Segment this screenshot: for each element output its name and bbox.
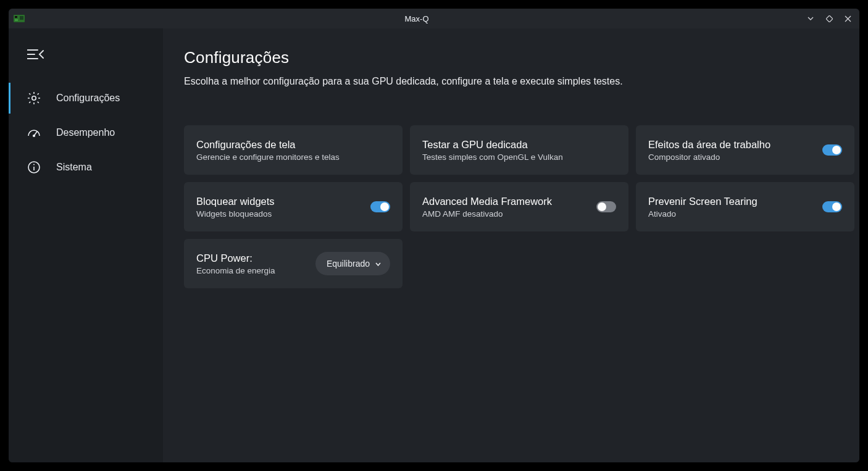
cpu-power-dropdown[interactable]: Equilibrado: [315, 252, 390, 275]
window-title: Max-Q: [30, 14, 804, 23]
sidebar-item-desempenho[interactable]: Desempenho: [9, 117, 158, 148]
sidebar-item-configuracoes[interactable]: Configurações: [9, 83, 158, 114]
amf-toggle[interactable]: [596, 201, 616, 212]
card-title: Bloquear widgets: [196, 196, 275, 207]
card-cpu-power: CPU Power: Economia de energia Equilibra…: [184, 239, 403, 288]
svg-point-12: [33, 164, 35, 165]
card-gpu-test[interactable]: Testar a GPU dedicada Testes simples com…: [410, 125, 628, 175]
page-subtitle: Escolha a melhor configuração para a sua…: [184, 76, 838, 87]
card-subtitle: Widgets bloqueados: [196, 209, 275, 219]
desktop-effects-toggle[interactable]: [822, 144, 842, 156]
app-icon: [14, 14, 25, 23]
card-title: Advanced Media Framework: [422, 196, 552, 207]
card-subtitle: Testes simples com OpenGL e Vulkan: [422, 152, 563, 162]
info-icon: [25, 160, 43, 175]
svg-rect-2: [20, 16, 23, 20]
svg-rect-1: [15, 16, 17, 18]
close-button[interactable]: [841, 12, 854, 25]
minimize-button[interactable]: [804, 12, 817, 25]
card-screen-tearing: Prevenir Screen Tearing Ativado: [636, 182, 854, 231]
card-title: Efeitos da área de trabalho: [648, 139, 770, 151]
gauge-icon: [25, 125, 43, 140]
lock-widgets-toggle[interactable]: [370, 201, 390, 212]
dropdown-selected: Equilibrado: [327, 259, 370, 269]
card-desktop-effects: Efeitos da área de trabalho Compositor a…: [636, 125, 854, 175]
screen-tearing-toggle[interactable]: [822, 201, 842, 212]
svg-point-7: [32, 96, 36, 100]
page-title: Configurações: [184, 48, 838, 67]
card-title: Prevenir Screen Tearing: [648, 196, 757, 207]
main-content: Configurações Escolha a melhor configura…: [163, 28, 859, 462]
titlebar: Max-Q: [9, 9, 859, 28]
card-subtitle: Gerencie e configure monitores e telas: [196, 152, 340, 162]
svg-point-9: [33, 135, 35, 137]
card-title: CPU Power:: [196, 252, 275, 264]
card-subtitle: Economia de energia: [196, 266, 275, 275]
gear-icon: [25, 91, 43, 106]
sidebar-item-label: Sistema: [56, 162, 92, 173]
sidebar-collapse-button[interactable]: [22, 41, 49, 68]
sidebar: Configurações Desempenho: [9, 28, 163, 462]
card-amf: Advanced Media Framework AMD AMF desativ…: [410, 182, 628, 231]
card-screen-settings[interactable]: Configurações de tela Gerencie e configu…: [184, 125, 403, 175]
main-window: Max-Q: [9, 9, 859, 462]
svg-rect-3: [15, 19, 18, 21]
card-subtitle: Compositor ativado: [648, 152, 770, 162]
settings-cards: Configurações de tela Gerencie e configu…: [184, 125, 838, 288]
card-lock-widgets: Bloquear widgets Widgets bloqueados: [184, 182, 403, 231]
sidebar-item-label: Configurações: [56, 93, 120, 104]
card-subtitle: AMD AMF desativado: [422, 209, 552, 219]
chevron-down-icon: [375, 261, 382, 267]
sidebar-item-sistema[interactable]: Sistema: [9, 152, 158, 183]
card-subtitle: Ativado: [648, 209, 757, 219]
sidebar-item-label: Desempenho: [56, 127, 115, 138]
maximize-button[interactable]: [822, 12, 836, 25]
card-title: Configurações de tela: [196, 139, 340, 151]
card-title: Testar a GPU dedicada: [422, 139, 563, 151]
